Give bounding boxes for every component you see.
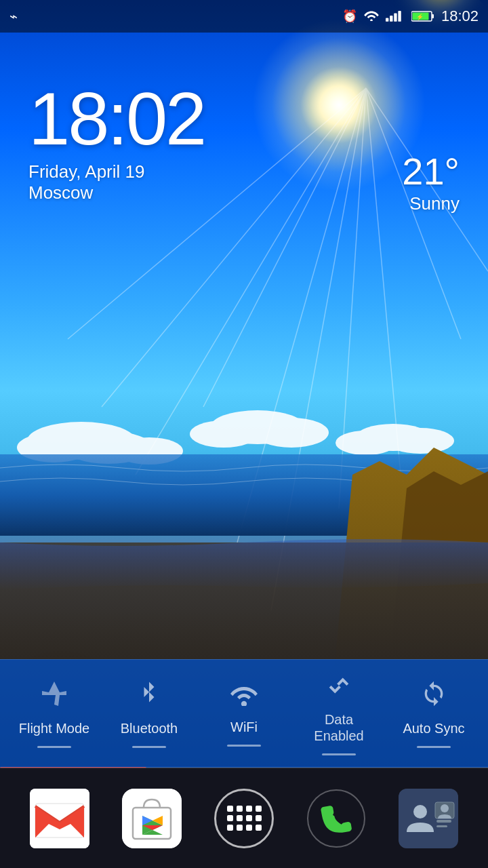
gmail-icon xyxy=(30,789,89,848)
wifi-underline xyxy=(227,745,261,747)
flight-mode-label: Flight Mode xyxy=(19,720,90,736)
clock-time: 18:02 xyxy=(28,81,205,156)
flight-mode-button[interactable]: Flight Mode xyxy=(7,673,102,755)
alarm-icon: ⏰ xyxy=(342,9,357,24)
svg-rect-47 xyxy=(436,820,451,823)
data-label: DataEnabled xyxy=(314,711,363,744)
phone-icon xyxy=(306,789,366,848)
bluetooth-icon xyxy=(137,680,161,713)
svg-point-28 xyxy=(370,19,373,21)
svg-point-37 xyxy=(241,701,247,705)
bluetooth-button[interactable]: Bluetooth xyxy=(102,673,197,755)
weather-condition: Sunny xyxy=(402,193,460,214)
data-button[interactable]: DataEnabled xyxy=(291,665,386,762)
signal-icon xyxy=(386,9,405,24)
weather-widget: 21° Sunny xyxy=(402,149,460,214)
app-drawer-button[interactable] xyxy=(214,789,274,848)
wifi-status-icon xyxy=(364,9,379,24)
svg-point-50 xyxy=(441,804,449,812)
bluetooth-label: Bluetooth xyxy=(121,720,178,736)
autosync-button[interactable]: Auto Sync xyxy=(386,673,481,755)
clock-widget: 18:02 Friday, April 19 Moscow xyxy=(28,81,205,203)
sync-icon xyxy=(420,680,447,713)
clock-date: Friday, April 19 xyxy=(28,161,205,182)
sun-decoration xyxy=(271,37,407,173)
playstore-app[interactable] xyxy=(122,789,182,848)
gmail-app[interactable] xyxy=(30,789,89,848)
app-drawer-dots xyxy=(222,800,267,836)
quick-settings-bar: Flight Mode Bluetooth WiFi xyxy=(0,659,488,768)
autosync-label: Auto Sync xyxy=(403,720,464,736)
playstore-icon xyxy=(122,789,182,848)
svg-text:⚡: ⚡ xyxy=(415,13,424,21)
svg-rect-29 xyxy=(386,18,388,21)
airplane-icon xyxy=(41,680,68,713)
svg-point-44 xyxy=(413,805,427,818)
phone-app[interactable] xyxy=(306,789,366,848)
svg-rect-31 xyxy=(394,13,396,21)
data-underline xyxy=(322,753,356,755)
weather-temperature: 21° xyxy=(402,149,460,193)
status-right: ⏰ ⚡ 18:02 xyxy=(342,7,479,25)
data-arrows-icon xyxy=(326,672,352,705)
autosync-underline xyxy=(417,746,451,748)
wifi-icon xyxy=(230,682,258,712)
status-bar: ⌁ ⏰ ⚡ 18:02 xyxy=(0,0,488,33)
svg-rect-48 xyxy=(436,825,447,827)
dock xyxy=(0,768,488,868)
svg-rect-32 xyxy=(398,11,401,22)
status-time: 18:02 xyxy=(441,7,479,25)
bluetooth-underline xyxy=(132,746,166,748)
svg-point-42 xyxy=(308,790,365,847)
wifi-label: WiFi xyxy=(230,719,258,735)
wifi-button[interactable]: WiFi xyxy=(197,675,291,753)
contacts-icon xyxy=(399,789,458,848)
clock-city: Moscow xyxy=(28,182,205,203)
status-left: ⌁ xyxy=(9,8,18,24)
app-drawer-icon xyxy=(214,789,274,848)
contacts-app[interactable] xyxy=(399,789,458,848)
flight-mode-underline xyxy=(37,746,71,748)
battery-icon: ⚡ xyxy=(411,10,434,22)
usb-icon: ⌁ xyxy=(9,8,18,24)
svg-rect-34 xyxy=(432,14,434,18)
svg-rect-30 xyxy=(390,16,392,22)
